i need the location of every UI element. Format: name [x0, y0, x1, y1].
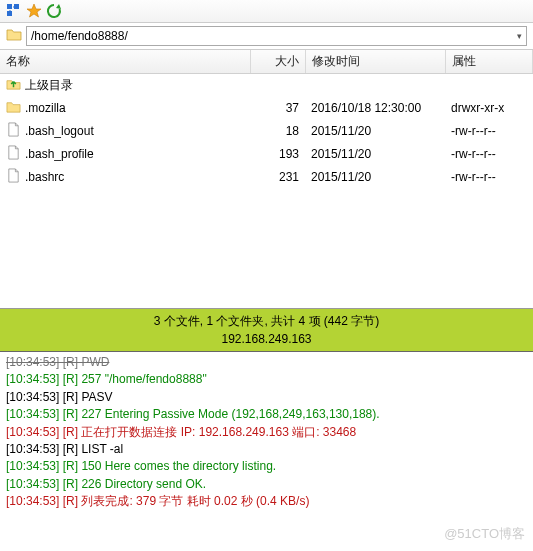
file-mtime: 2016/10/18 12:30:00 [305, 97, 445, 120]
svg-marker-3 [27, 4, 41, 17]
log-line: [10:34:53] [R] PASV [6, 389, 527, 406]
status-summary: 3 个文件, 1 个文件夹, 共计 4 项 (442 字节) [0, 312, 533, 330]
address-bar-row: /home/fendo8888/ ▾ [0, 23, 533, 50]
file-table: 名称 大小 修改时间 属性 上级目录.mozilla372016/10/18 1… [0, 50, 533, 188]
file-size: 231 [250, 166, 305, 189]
folder-icon [6, 27, 22, 46]
file-mtime: 2015/11/20 [305, 120, 445, 143]
log-line: [10:34:53] [R] LIST -al [6, 441, 527, 458]
file-size: 37 [250, 97, 305, 120]
log-line: [10:34:53] [R] 正在打开数据连接 IP: 192.168.249.… [6, 424, 527, 441]
file-name: .mozilla [25, 101, 66, 115]
table-header[interactable]: 名称 大小 修改时间 属性 [0, 50, 533, 74]
address-input[interactable]: /home/fendo8888/ ▾ [26, 26, 527, 46]
transfer-log[interactable]: [10:34:53] [R] PWD[10:34:53] [R] 257 "/h… [0, 352, 533, 513]
table-row[interactable]: .bashrc2312015/11/20-rw-r--r-- [0, 166, 533, 189]
favorite-star-icon[interactable] [26, 3, 42, 19]
table-row[interactable]: .bash_profile1932015/11/20-rw-r--r-- [0, 143, 533, 166]
log-line: [10:34:53] [R] 227 Entering Passive Mode… [6, 406, 527, 423]
parent-dir-label: 上级目录 [25, 77, 73, 94]
log-line: [10:34:53] [R] 226 Directory send OK. [6, 476, 527, 493]
table-row[interactable]: .mozilla372016/10/18 12:30:00drwxr-xr-x [0, 97, 533, 120]
log-line: [10:34:53] [R] 257 "/home/fendo8888" [6, 371, 527, 388]
chevron-down-icon[interactable]: ▾ [517, 31, 522, 41]
watermark: @51CTO博客 [444, 525, 525, 543]
file-size: 193 [250, 143, 305, 166]
status-host: 192.168.249.163 [0, 330, 533, 348]
file-list[interactable]: 名称 大小 修改时间 属性 上级目录.mozilla372016/10/18 1… [0, 50, 533, 309]
log-line: [10:34:53] [R] 150 Here comes the direct… [6, 458, 527, 475]
file-size: 18 [250, 120, 305, 143]
file-mtime: 2015/11/20 [305, 166, 445, 189]
file-attrs: -rw-r--r-- [445, 166, 533, 189]
svg-marker-4 [56, 4, 61, 9]
folder-icon [6, 99, 21, 117]
col-mtime[interactable]: 修改时间 [305, 50, 445, 74]
col-name[interactable]: 名称 [0, 50, 250, 74]
file-icon [6, 122, 21, 140]
file-attrs: -rw-r--r-- [445, 143, 533, 166]
site-manager-icon[interactable] [6, 3, 22, 19]
up-folder-icon [6, 76, 21, 94]
file-icon [6, 145, 21, 163]
log-line: [10:34:53] [R] 列表完成: 379 字节 耗时 0.02 秒 (0… [6, 493, 527, 510]
file-icon [6, 168, 21, 186]
col-size[interactable]: 大小 [250, 50, 305, 74]
status-bar: 3 个文件, 1 个文件夹, 共计 4 项 (442 字节) 192.168.2… [0, 309, 533, 352]
file-name: .bash_profile [25, 147, 94, 161]
toolbar [0, 0, 533, 23]
refresh-icon[interactable] [46, 3, 62, 19]
file-name: .bash_logout [25, 124, 94, 138]
table-row[interactable]: .bash_logout182015/11/20-rw-r--r-- [0, 120, 533, 143]
file-attrs: drwxr-xr-x [445, 97, 533, 120]
address-path: /home/fendo8888/ [31, 29, 128, 43]
svg-rect-0 [7, 4, 12, 9]
log-line: [10:34:53] [R] PWD [6, 354, 527, 371]
file-name: .bashrc [25, 170, 64, 184]
file-mtime: 2015/11/20 [305, 143, 445, 166]
col-attrs[interactable]: 属性 [445, 50, 533, 74]
parent-dir-row[interactable]: 上级目录 [0, 74, 533, 97]
file-attrs: -rw-r--r-- [445, 120, 533, 143]
